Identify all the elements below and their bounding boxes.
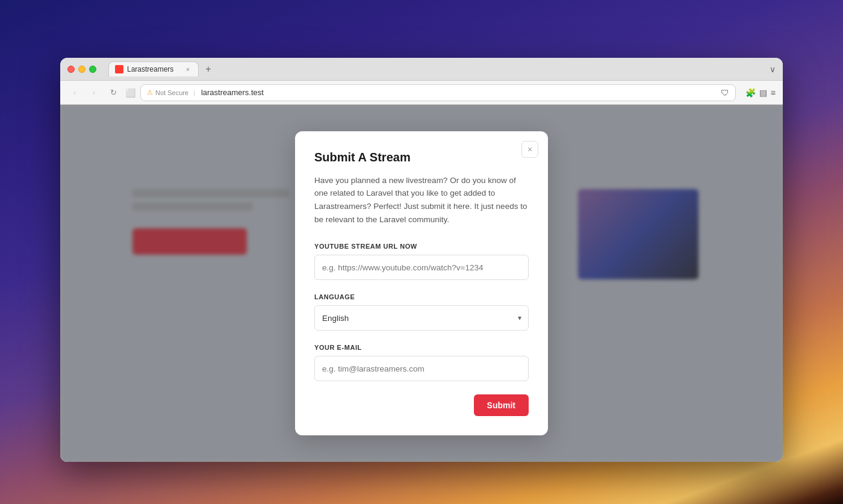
submit-button[interactable]: Submit (474, 394, 529, 416)
language-select[interactable]: English Spanish French German Portuguese… (314, 305, 529, 331)
forward-button[interactable]: › (87, 86, 101, 100)
tab-close-button[interactable]: × (184, 65, 192, 73)
window-controls-end[interactable]: ∨ (770, 64, 776, 74)
reading-mode-icon[interactable]: ▤ (759, 88, 767, 98)
modal-title: Submit A Stream (314, 151, 529, 164)
extensions-icon[interactable]: 🧩 (745, 88, 756, 98)
tab-bar: Larastreamers × + ∨ (108, 61, 776, 76)
modal-overlay: × Submit A Stream Have you planned a new… (60, 105, 783, 462)
menu-icon[interactable]: ≡ (771, 88, 776, 98)
url-bar[interactable]: ⚠ Not Secure | larastreamers.test 🛡 (140, 84, 736, 101)
language-group: LANGUAGE English Spanish French German P… (314, 293, 529, 331)
maximize-window-button[interactable] (89, 66, 96, 73)
back-button[interactable]: ‹ (67, 86, 82, 100)
language-label: LANGUAGE (314, 293, 529, 300)
address-bar: ‹ › ↻ ⬜ ⚠ Not Secure | larastreamers.tes… (60, 81, 783, 105)
security-indicator: ⚠ Not Secure | (147, 89, 198, 96)
bookmark-button[interactable]: ⬜ (125, 88, 135, 98)
new-tab-button[interactable]: + (201, 62, 216, 76)
youtube-url-label: YOUTUBE STREAM URL NOW (314, 243, 529, 250)
youtube-url-group: YOUTUBE STREAM URL NOW (314, 243, 529, 280)
extension-icons: 🧩 ▤ ≡ (745, 88, 776, 98)
url-separator: | (193, 89, 195, 96)
url-bar-end: 🛡 (721, 88, 729, 98)
email-label: YOUR E-MAIL (314, 344, 529, 351)
modal-footer: Submit (314, 394, 529, 416)
url-text: larastreamers.test (201, 88, 264, 97)
tab-label: Larastreamers (127, 65, 173, 73)
tab-favicon (115, 65, 123, 73)
reload-button[interactable]: ↻ (106, 86, 120, 100)
minimize-window-button[interactable] (78, 66, 86, 73)
modal-close-button[interactable]: × (521, 141, 538, 158)
title-bar: Larastreamers × + ∨ (60, 58, 783, 81)
security-label: Not Secure (155, 89, 188, 96)
close-window-button[interactable] (67, 66, 75, 73)
submit-stream-modal: × Submit A Stream Have you planned a new… (295, 131, 548, 435)
shield-icon: 🛡 (721, 88, 729, 98)
traffic-lights (67, 66, 96, 73)
youtube-url-input[interactable] (314, 255, 529, 280)
language-select-wrapper: English Spanish French German Portuguese… (314, 305, 529, 331)
warning-icon: ⚠ (147, 89, 153, 96)
email-group: YOUR E-MAIL (314, 344, 529, 381)
email-input[interactable] (314, 356, 529, 381)
page-content: × Submit A Stream Have you planned a new… (60, 105, 783, 462)
browser-window: Larastreamers × + ∨ ‹ › ↻ ⬜ ⚠ Not Secure… (60, 58, 783, 462)
browser-tab[interactable]: Larastreamers × (108, 61, 199, 76)
modal-description: Have you planned a new livestream? Or do… (314, 174, 529, 226)
